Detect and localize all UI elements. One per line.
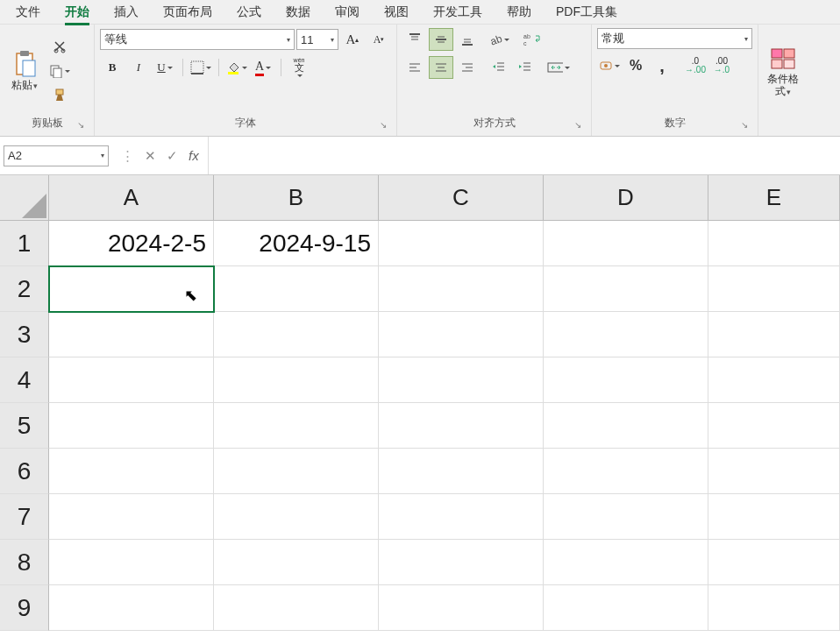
cell-e5[interactable] <box>708 403 840 449</box>
cell-a1[interactable]: 2024-2-5 <box>49 221 214 266</box>
copy-button[interactable] <box>47 60 72 82</box>
cell-b9[interactable] <box>214 585 379 631</box>
increase-indent-button[interactable] <box>513 56 537 79</box>
clipboard-dialog-launcher[interactable]: ↘ <box>75 118 87 131</box>
cell-c8[interactable] <box>379 540 544 585</box>
merge-center-button[interactable] <box>546 56 571 79</box>
cell-b1[interactable]: 2024-9-15 <box>214 221 379 266</box>
cell-b2[interactable] <box>214 266 379 312</box>
cell-b8[interactable] <box>214 540 379 585</box>
cell-e1[interactable] <box>708 221 840 266</box>
row-header-4[interactable]: 4 <box>0 357 49 403</box>
menu-view[interactable]: 视图 <box>372 1 421 24</box>
row-header-9[interactable]: 9 <box>0 585 49 631</box>
cell-b7[interactable] <box>214 494 379 540</box>
column-header-b[interactable]: B <box>214 175 379 221</box>
cell-c3[interactable] <box>379 312 544 357</box>
formula-input[interactable] <box>209 137 840 174</box>
cell-a8[interactable] <box>49 540 214 585</box>
cell-c7[interactable] <box>379 494 544 540</box>
cell-e8[interactable] <box>708 540 840 585</box>
menu-formulas[interactable]: 公式 <box>224 1 274 24</box>
increase-decimal-button[interactable]: .0→.00 <box>683 54 708 77</box>
menu-help[interactable]: 帮助 <box>495 1 544 24</box>
menu-page-layout[interactable]: 页面布局 <box>151 1 224 24</box>
cut-button[interactable] <box>47 35 72 58</box>
align-left-button[interactable] <box>402 56 427 79</box>
cell-e7[interactable] <box>708 494 840 540</box>
align-right-button[interactable] <box>455 56 480 79</box>
column-header-d[interactable]: D <box>544 175 708 221</box>
cell-c4[interactable] <box>379 357 544 403</box>
alignment-dialog-launcher[interactable]: ↘ <box>572 118 584 131</box>
cell-b5[interactable] <box>214 403 379 449</box>
cell-e3[interactable] <box>708 312 840 357</box>
select-all-corner[interactable] <box>0 175 49 221</box>
font-name-combo[interactable]: 等线▾ <box>100 29 295 50</box>
cell-a9[interactable] <box>49 585 214 631</box>
wrap-text-button[interactable]: abc <box>520 28 545 51</box>
column-header-e[interactable]: E <box>708 175 840 221</box>
name-box[interactable]: A2▾ <box>4 145 109 166</box>
row-header-1[interactable]: 1 <box>0 221 49 266</box>
cell-c1[interactable] <box>379 221 544 266</box>
menu-file[interactable]: 文件 <box>4 1 53 24</box>
number-format-combo[interactable]: 常规▾ <box>597 28 752 49</box>
cell-d6[interactable] <box>544 449 708 494</box>
column-header-a[interactable]: A <box>49 175 214 221</box>
menu-pdf-tools[interactable]: PDF工具集 <box>544 1 630 24</box>
decrease-decimal-button[interactable]: .00→.0 <box>709 54 734 77</box>
align-center-button[interactable] <box>429 56 453 79</box>
cell-d7[interactable] <box>544 494 708 540</box>
underline-button[interactable]: U <box>153 56 177 79</box>
orientation-button[interactable]: ab <box>487 28 511 51</box>
cancel-formula-button[interactable]: ✕ <box>145 148 156 164</box>
cell-a3[interactable] <box>49 312 214 357</box>
menu-data[interactable]: 数据 <box>274 1 323 24</box>
conditional-format-button[interactable]: 条件格式▾ <box>764 28 802 117</box>
cell-d3[interactable] <box>544 312 708 357</box>
increase-font-size-button[interactable]: A▴ <box>340 28 365 51</box>
cell-e6[interactable] <box>708 449 840 494</box>
decrease-font-size-button[interactable]: A▾ <box>367 28 391 51</box>
cell-b6[interactable] <box>214 449 379 494</box>
percent-format-button[interactable]: % <box>623 54 648 77</box>
cell-a4[interactable] <box>49 357 214 403</box>
cell-c5[interactable] <box>379 403 544 449</box>
cell-a5[interactable] <box>49 403 214 449</box>
menu-dev-tools[interactable]: 开发工具 <box>421 1 495 24</box>
number-dialog-launcher[interactable]: ↘ <box>738 118 751 131</box>
cell-b4[interactable] <box>214 357 379 403</box>
paste-button[interactable]: 粘贴▾ <box>5 28 44 114</box>
row-header-5[interactable]: 5 <box>0 403 49 449</box>
cell-a6[interactable] <box>49 449 214 494</box>
decrease-indent-button[interactable] <box>487 56 511 79</box>
column-header-c[interactable]: C <box>379 175 544 221</box>
menu-review[interactable]: 审阅 <box>323 1 372 24</box>
font-size-combo[interactable]: 11▾ <box>296 29 338 50</box>
phonetic-guide-button[interactable]: wén文 <box>287 56 311 79</box>
cell-e4[interactable] <box>708 357 840 403</box>
confirm-formula-button[interactable]: ✓ <box>167 148 178 164</box>
align-bottom-button[interactable] <box>455 28 480 51</box>
format-painter-button[interactable] <box>47 84 72 107</box>
align-middle-button[interactable] <box>429 28 453 51</box>
row-header-8[interactable]: 8 <box>0 540 49 585</box>
cell-a2[interactable]: ⬉ <box>49 266 214 312</box>
cell-b3[interactable] <box>214 312 379 357</box>
cell-d9[interactable] <box>544 585 708 631</box>
cell-e2[interactable] <box>708 266 840 312</box>
cell-c2[interactable] <box>379 266 544 312</box>
cell-e9[interactable] <box>708 585 840 631</box>
insert-function-button[interactable]: fx <box>189 148 199 163</box>
font-dialog-launcher[interactable]: ↘ <box>377 118 389 131</box>
cell-c9[interactable] <box>379 585 544 631</box>
align-top-button[interactable] <box>402 28 427 51</box>
menu-insert[interactable]: 插入 <box>102 1 151 24</box>
fill-color-button[interactable] <box>224 56 249 79</box>
row-header-3[interactable]: 3 <box>0 312 49 357</box>
accounting-format-button[interactable] <box>597 54 622 77</box>
row-header-7[interactable]: 7 <box>0 494 49 540</box>
row-header-2[interactable]: 2 <box>0 266 49 312</box>
bold-button[interactable]: B <box>100 56 125 79</box>
